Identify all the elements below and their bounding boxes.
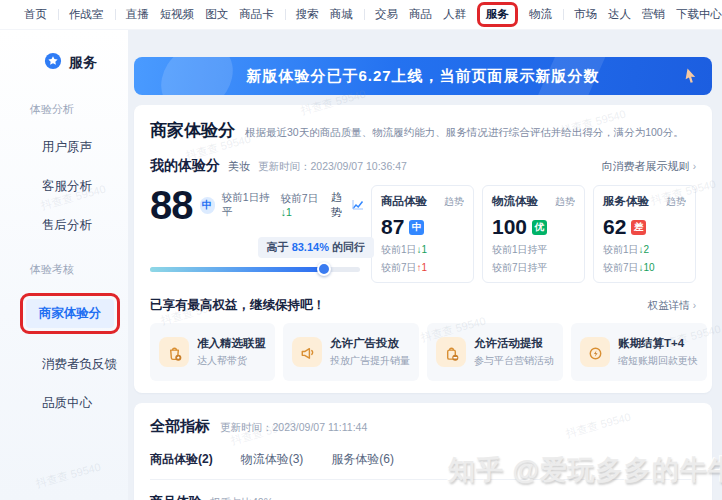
sub-score-card-logistics[interactable]: 物流体验 趋势 100 优 较前1日持平 较前7日持平: [482, 185, 585, 283]
metrics-tabs: 商品体验(2) 物流体验(3) 服务体验(6): [150, 451, 696, 468]
benefit-card-settlement[interactable]: 账期结算T+4 缩短账期回款更快: [571, 323, 707, 381]
tab-service-experience[interactable]: 服务体验(6): [331, 451, 394, 468]
peer-comparison-tooltip: 高于 83.14% 的同行: [258, 237, 374, 258]
coin-bolt-icon: [580, 337, 610, 367]
tab-product-experience[interactable]: 商品体验(2): [150, 451, 213, 468]
trend-link[interactable]: 趋势: [331, 190, 364, 220]
top-navbar: 首页 作战室 直播 短视频 图文 商品卡 搜索 商城 交易 商品 人群 服务 物…: [0, 0, 722, 30]
main-content: 新版体验分已于6.27上线，当前页面展示新版分数 商家体验分 根据最近30天的商…: [128, 30, 722, 500]
nav-item-trade[interactable]: 交易: [375, 7, 398, 22]
peer-percent: 83.14%: [292, 241, 329, 253]
sub-score-value: 62: [603, 215, 626, 239]
slider-handle[interactable]: [317, 262, 331, 276]
metric-section-title: 商品体验: [150, 493, 202, 500]
page-title: 商家体验分: [150, 119, 235, 142]
show-rules-link[interactable]: 向消费者展示规则 ›: [602, 159, 696, 174]
sidebar-item-user-voice[interactable]: 用户原声: [42, 139, 128, 156]
sub-score-label: 物流体验: [492, 194, 538, 209]
sidebar-app-title: 服务: [69, 54, 97, 72]
trend-label: 趋势: [331, 190, 349, 220]
page-description: 根据最近30天的商品质量、物流履约能力、服务情况进行综合评估并给出得分，满分为1…: [245, 126, 684, 140]
sub-score-label: 服务体验: [603, 194, 649, 209]
week-change-prefix: 较前7日: [281, 192, 318, 204]
sub-score-card-product[interactable]: 商品体验 趋势 87 中 较前1日↓1 较前7日↑1: [371, 185, 474, 283]
sub-score-level-badge: 中: [409, 220, 424, 235]
sub-score-week-change: 较前7日持平: [492, 262, 548, 273]
sub-score-value: 87: [381, 215, 404, 239]
sub-score-level-badge: 差: [631, 220, 646, 235]
sub-score-day-change: 较前1日: [603, 244, 639, 255]
overall-score-value: 88: [150, 185, 193, 225]
week-change-delta: ↓1: [281, 206, 292, 218]
score-updated-time: 更新时间：2023/09/07 10:36:47: [258, 160, 407, 174]
benefits-details-link[interactable]: 权益详情 ›: [648, 299, 696, 313]
merchant-experience-score-card: 商家体验分 根据最近30天的商品质量、物流履约能力、服务情况进行综合评估并给出得…: [134, 105, 712, 393]
sub-score-trend-link[interactable]: 趋势: [555, 195, 575, 209]
show-rules-label: 向消费者展示规则: [602, 160, 690, 172]
nav-item-image-text[interactable]: 图文: [205, 7, 228, 22]
nav-item-mall[interactable]: 商城: [330, 7, 353, 22]
bag-minus-icon: [436, 337, 466, 367]
benefits-heading: 已享有最高权益，继续保持吧！: [150, 297, 325, 314]
sub-score-trend-link[interactable]: 趋势: [666, 195, 686, 209]
chevron-right-icon: ›: [693, 300, 696, 311]
sub-score-week-change: 较前7日: [603, 262, 639, 273]
sub-score-day-change: 较前1日: [381, 244, 417, 255]
nav-item-search[interactable]: 搜索: [296, 7, 319, 22]
benefit-title: 准入精选联盟: [197, 336, 266, 351]
nav-item-service[interactable]: 服务: [477, 2, 518, 27]
nav-item-audience[interactable]: 人群: [443, 7, 466, 22]
nav-item-product[interactable]: 商品: [409, 7, 432, 22]
sub-score-week-change: 较前7日: [381, 262, 417, 273]
sub-score-day-change: 较前1日持平: [492, 244, 548, 255]
benefit-card-ads[interactable]: 允许广告投放 投放广告提升销量: [283, 323, 419, 381]
sidebar-item-consumer-negative-feedback[interactable]: 消费者负反馈: [42, 356, 128, 373]
benefit-title: 账期结算T+4: [618, 336, 698, 351]
benefit-title: 允许活动提报: [474, 336, 554, 351]
peer-suffix: 的同行: [332, 241, 365, 253]
benefits-details-label: 权益详情: [648, 299, 690, 311]
week-change-text: 较前7日↓1: [281, 192, 324, 218]
benefit-card-selected-alliance[interactable]: 准入精选联盟 达人帮带货: [150, 323, 275, 381]
sub-score-label: 商品体验: [381, 194, 427, 209]
category-label: 美妆: [228, 159, 250, 174]
nav-item-influencer[interactable]: 达人: [608, 7, 631, 22]
sidebar-item-quality-center[interactable]: 品质中心: [42, 395, 128, 412]
nav-item-market[interactable]: 市场: [574, 7, 597, 22]
nav-item-download-center[interactable]: 下载中心: [676, 7, 722, 22]
nav-item-live[interactable]: 直播: [126, 7, 149, 22]
my-score-heading: 我的体验分: [150, 157, 220, 175]
sidebar-item-customer-service-analysis[interactable]: 客服分析: [42, 178, 128, 195]
sub-score-trend-link[interactable]: 趋势: [444, 195, 464, 209]
sub-score-cards: 商品体验 趋势 87 中 较前1日↓1 较前7日↑1 物流体验 趋势: [371, 185, 696, 283]
peer-prefix: 高于: [267, 241, 289, 253]
sub-score-week-delta: ↓10: [639, 262, 655, 273]
annotation-box-sidebar: 商家体验分: [20, 293, 120, 334]
chevron-right-icon: ›: [693, 161, 696, 172]
tab-logistics-experience[interactable]: 物流体验(3): [241, 451, 304, 468]
score-progress-slider[interactable]: [150, 267, 360, 272]
benefit-desc: 缩短账期回款更快: [618, 354, 698, 368]
benefit-desc: 达人帮带货: [197, 354, 266, 368]
nav-item-product-card[interactable]: 商品卡: [239, 7, 274, 22]
sidebar-item-aftersale-analysis[interactable]: 售后分析: [42, 217, 128, 234]
benefit-card-campaigns[interactable]: 允许活动提报 参与平台营销活动: [427, 323, 563, 381]
new-version-banner[interactable]: 新版体验分已于6.27上线，当前页面展示新版分数: [134, 57, 712, 95]
nav-item-short-video[interactable]: 短视频: [160, 7, 195, 22]
nav-item-logistics[interactable]: 物流: [529, 7, 552, 22]
sub-score-value: 100: [492, 215, 527, 239]
sidebar-logo: 服务: [44, 52, 128, 74]
sub-score-card-service[interactable]: 服务体验 趋势 62 差 较前1日↓2 较前7日↓10: [593, 185, 696, 283]
benefit-desc: 参与平台营销活动: [474, 354, 554, 368]
nav-item-warroom[interactable]: 作战室: [69, 7, 104, 22]
benefit-desc: 投放广告提升销量: [330, 354, 410, 368]
sidebar-section-experience-analysis: 体验分析: [30, 102, 128, 117]
metric-section-weight: 权重占比40%: [210, 496, 273, 500]
nav-item-home[interactable]: 首页: [24, 7, 47, 22]
megaphone-icon: [292, 337, 322, 367]
sidebar-section-experience-assessment: 体验考核: [30, 262, 128, 277]
sidebar-item-merchant-experience-score[interactable]: 商家体验分: [26, 299, 114, 328]
nav-item-marketing[interactable]: 营销: [642, 7, 665, 22]
hand-cursor-icon: [680, 67, 699, 88]
trend-chart-icon: [352, 199, 364, 212]
